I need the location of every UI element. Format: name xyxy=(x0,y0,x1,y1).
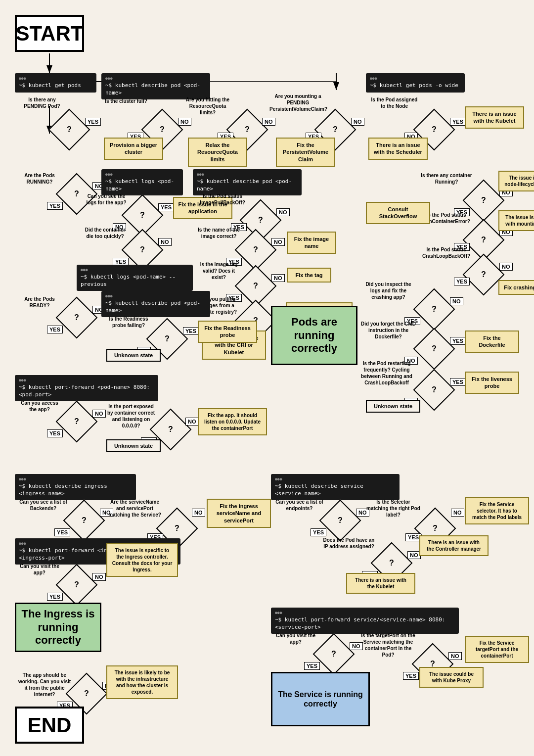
q-inspect-logs: Did you inspect the logs and fix the cra… xyxy=(360,281,417,300)
q-image-correct: Is the name of the image correct? xyxy=(195,227,242,239)
result-pods-running: Pods are running correctly xyxy=(271,306,357,365)
q-see-logs: Can you see the logs for the app? xyxy=(84,193,129,206)
ans-visit-no: NO xyxy=(92,573,106,581)
action-node-lifecycle: The issue is with the node-lifecycle con… xyxy=(498,171,534,191)
action-relax-quota: Relax the ResourceQuota limits xyxy=(188,138,247,167)
action-fix-crashing: Fix crashing app xyxy=(498,280,534,295)
cmd-describe-pod-1: ~$ kubectl describe pod <pod-name> xyxy=(101,73,210,99)
action-fix-ingress: Fix the ingress serviceName and serviceP… xyxy=(207,499,271,528)
action-fix-pv: Fix the PersistentVolume Claim xyxy=(276,138,335,167)
action-fix-image: Fix the image name xyxy=(287,232,336,254)
ans-cluster-no: NO xyxy=(178,118,191,126)
ans-logs-yes: YES xyxy=(158,203,174,211)
q-servicename: Are the serviceName and servicePort matc… xyxy=(106,499,163,518)
action-kubelet: There is an issue with the Kubelet xyxy=(465,106,524,129)
end-box: END xyxy=(15,707,84,744)
unknown-state-right: Unknown state xyxy=(366,400,420,413)
cmd-logs-previous: ~$ kubectl logs <pod-name> --previous xyxy=(77,265,193,291)
ans-clbo-yes: YES xyxy=(454,278,470,285)
result-ingress-running: The Ingress is running correctly xyxy=(15,603,101,652)
action-controller-manager: There is an issue with the Controller ma… xyxy=(419,535,489,556)
action-fix-app-port: Fix the app. It should listen on 0.0.0.0… xyxy=(198,408,267,435)
action-ingress-controller: The issue is specific to the Ingress con… xyxy=(106,543,178,577)
q-visit-app-ingress: Can you visit the app? xyxy=(17,563,62,576)
d-forget-cmd: ? xyxy=(413,328,455,370)
q-pending-pod: Is there any PENDING Pod? xyxy=(17,96,67,109)
action-fix-dockerfile: Fix the Dockerfile xyxy=(465,331,519,353)
q-image-tag: Is the image tag valid? Does it exist? xyxy=(195,261,242,281)
cmd-port-forward-service: ~$ kubectl port-forward service/<service… xyxy=(271,608,459,634)
action-fix-targetport: Fix the Service targetPort and the conta… xyxy=(465,636,529,663)
cmd-kubectl-logs: ~$ kubectl logs <pod-name> xyxy=(101,169,183,195)
q-readiness-failing: Is the Readiness probe failing? xyxy=(104,316,153,329)
ans-died-no: NO xyxy=(158,238,172,246)
ans-visit-yes: YES xyxy=(47,593,63,601)
ans-running-yes: YES xyxy=(47,202,63,210)
ans-access-no: NO xyxy=(92,410,106,418)
cmd-kubectl-get-pods: ~$ kubectl get pods xyxy=(15,73,96,93)
cmd-describe-pod-2: ~$ kubectl describe pod <pod-name> xyxy=(193,169,302,195)
q-target-port: Is the targetPort on the Service matchin… xyxy=(358,632,418,658)
action-scheduler: There is an issue with the Scheduler xyxy=(368,138,428,160)
ans-access-yes: YES xyxy=(47,429,63,437)
ans-cmd-yes: YES xyxy=(450,337,466,345)
ans-ep-yes: YES xyxy=(311,528,326,536)
ans-clbo-no: NO xyxy=(499,263,513,271)
result-service-running: The Service is running correctly xyxy=(271,672,370,726)
ans-port-no: NO xyxy=(185,418,199,425)
q-container-died: Did the container die too quickly? xyxy=(82,227,129,239)
cmd-describe-pod-3: ~$ kubectl describe pod <pod-name> xyxy=(101,291,210,317)
q-resourcequota: Are you hitting the ResourceQuota limits… xyxy=(183,96,232,116)
action-kube-proxy: The issue could be with Kube Proxy xyxy=(419,667,484,688)
ans-tp-no: NO xyxy=(448,652,462,660)
start-box: START xyxy=(15,15,84,52)
ans-sel-no: NO xyxy=(451,509,464,517)
q-pods-running: Are the Pods RUNNING? xyxy=(17,172,62,185)
q-pvc: Are you mounting a PENDING PersistentVol… xyxy=(269,93,326,112)
q-container-running: Is there any container Running? xyxy=(419,172,474,185)
q-port-exposed: Is the port exposed by container correct… xyxy=(106,403,156,429)
q-forget-cmd: Did you forget the CMD instruction in th… xyxy=(360,321,417,340)
q-backends: Can you see a list of Backends? xyxy=(17,499,69,512)
ans-pvc-no: NO xyxy=(351,118,364,126)
action-fix-tag: Fix the tag xyxy=(287,268,331,283)
cmd-describe-ingress: ~$ kubectl describe ingress <ingress-nam… xyxy=(15,474,136,500)
ans-ip-no: NO xyxy=(407,551,421,559)
ans-tp-yes: YES xyxy=(403,672,419,680)
ans-inspect-no: NO xyxy=(450,297,463,305)
unknown-state-1: Unknown state xyxy=(106,349,161,362)
action-fix-readiness: Fix the Readiness probe xyxy=(198,321,257,343)
q-pod-assigned: Is the Pod assigned to the Node xyxy=(368,96,420,109)
q-ip-assigned: Does the Pod have an IP address assigned… xyxy=(320,537,377,550)
ans-pending-yes: YES xyxy=(85,118,101,126)
q-visit-app-service: Can you visit the app? xyxy=(273,632,318,645)
q-access-app: Can you access the app? xyxy=(17,400,62,413)
ans-ipbo-no: NO xyxy=(276,208,290,216)
q-imagepullbackoff: Is the Pod status ImagePullBackOff? xyxy=(195,193,250,206)
q-pods-ready: Are the Pods READY? xyxy=(17,296,62,309)
cmd-describe-service: ~$ kubectl describe service <service-nam… xyxy=(271,474,400,500)
action-mounting-volumes: The issue is likely to be with mounting … xyxy=(498,210,534,231)
unknown-state-2: Unknown state xyxy=(106,439,161,452)
q-cluster-full: Is the cluster full? xyxy=(104,98,148,104)
ans-img-no: NO xyxy=(271,238,285,246)
action-infrastructure: The issue is likely to be with the infra… xyxy=(106,665,178,699)
action-provision: Provision a bigger cluster xyxy=(104,138,163,160)
ans-visit-svc-yes: YES xyxy=(304,662,320,670)
q-selector: Is the Selector matching the right Pod l… xyxy=(365,499,422,518)
ans-back-yes: YES xyxy=(54,528,70,536)
flowchart-container: START ~$ kubectl get pods Is there any P… xyxy=(0,0,534,756)
action-consult-stackoverflow: Consult StackOverflow xyxy=(366,202,430,224)
ans-rq-no: NO xyxy=(262,118,275,126)
action-kubelet-service: There is an issue with the Kubelet xyxy=(346,573,415,594)
d-pending: ? xyxy=(48,109,90,151)
ans-assigned-yes: YES xyxy=(450,118,466,126)
q-crashloopbackoff: Is the Pod status CrashLoopBackOff? xyxy=(418,246,475,259)
ans-ready-yes: YES xyxy=(47,326,63,333)
cmd-port-forward: ~$ kubectl port-forward <pod-name> 8080:… xyxy=(15,375,158,401)
ans-tag-no: NO xyxy=(271,274,285,282)
ans-rp-yes: YES xyxy=(183,327,199,335)
q-public-internet: The app should be working. Can you visit… xyxy=(17,672,72,698)
ans-restart-yes: YES xyxy=(450,378,466,386)
cmd-get-pods-wide: ~$ kubectl get pods -o wide xyxy=(366,73,465,93)
